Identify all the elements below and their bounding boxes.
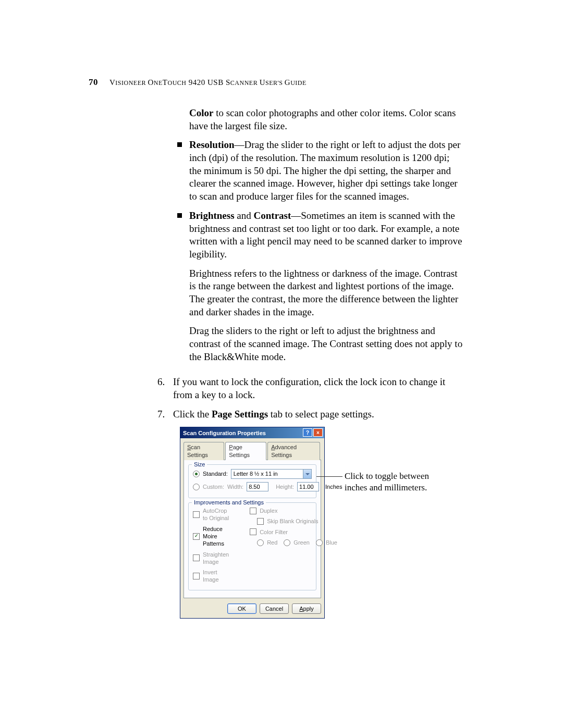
dialog-button-row: OK Cancel ApplyApply	[180, 601, 324, 618]
tab-advanced-settings[interactable]: Advanced SettingsAdvanced Settings	[267, 442, 320, 460]
tab-scan-settings[interactable]: SScan Settingscan Settings	[183, 442, 224, 460]
cancel-button[interactable]: Cancel	[260, 603, 289, 614]
close-button[interactable]: ×	[313, 428, 323, 437]
input-width[interactable]	[247, 482, 268, 491]
label-duplex: Duplex	[260, 507, 277, 514]
combo-paper-size[interactable]: Letter 8 ½ x 11 in	[231, 469, 312, 479]
square-bullet-icon	[177, 213, 182, 218]
dialog-wrapper: Scan Configuration Properties ? × SScan …	[180, 427, 513, 618]
units-toggle[interactable]: Inches	[325, 483, 342, 490]
dialog-titlebar[interactable]: Scan Configuration Properties ? ×	[180, 427, 324, 438]
radio-red[interactable]	[257, 539, 264, 546]
step-6: 6. If you want to lock the configuration…	[157, 376, 464, 401]
radio-custom[interactable]	[193, 484, 200, 490]
label-moire: Reduce Moire Patterns	[203, 525, 229, 548]
check-straighten[interactable]	[193, 554, 200, 561]
header-title: VISIONEER ONETOUCH 9420 USB SCANNER USER…	[109, 78, 307, 87]
input-height[interactable]	[297, 482, 319, 491]
step-7: 7. Click the Page Settings tab to select…	[157, 408, 464, 421]
check-skip-blank[interactable]	[257, 518, 264, 525]
check-moire[interactable]	[193, 533, 200, 540]
page-header: 70 VISIONEER ONETOUCH 9420 USB SCANNER U…	[89, 77, 454, 88]
check-duplex[interactable]	[250, 508, 256, 514]
dialog-title: Scan Configuration Properties	[183, 429, 266, 437]
label-autocrop: AutoCrop to Original	[203, 507, 229, 522]
group-size-legend: Size	[192, 461, 207, 468]
check-invert[interactable]	[193, 573, 200, 579]
help-button[interactable]: ?	[303, 428, 312, 437]
group-size: Size Standard: Letter 8 ½ x 11 in Cust	[188, 464, 316, 498]
label-standard: Standard:	[203, 470, 228, 477]
callout-units: Click to toggle between inches and milli…	[345, 471, 449, 493]
label-red: Red	[267, 539, 277, 546]
label-straighten: Straighten Image	[203, 551, 229, 566]
label-color-filter: Color Filter	[260, 528, 288, 536]
label-height: Height:	[276, 483, 294, 490]
page-number: 70	[89, 77, 98, 87]
bullet-resolution: Resolution—Drag the slider to the right …	[177, 139, 464, 203]
chevron-down-icon[interactable]	[303, 470, 311, 478]
radio-green[interactable]	[284, 539, 290, 546]
body-content: Color to scan color photographs and othe…	[167, 107, 464, 619]
check-autocrop[interactable]	[193, 511, 200, 518]
apply-button[interactable]: ApplyApply	[292, 603, 321, 614]
group-improvements: Improvements and Settings AutoCrop to Or…	[188, 502, 316, 590]
label-invert: Invert Image	[203, 569, 229, 584]
bullet-brightness-contrast: Brightness and Contrast—Sometimes an ite…	[177, 209, 464, 370]
radio-blue[interactable]	[316, 539, 323, 546]
ok-button[interactable]: OK	[227, 603, 256, 614]
label-width: Width:	[227, 483, 243, 490]
check-color-filter[interactable]	[250, 528, 256, 535]
label-skip-blank: Skip Blank Originals	[267, 517, 318, 525]
label-green: Green	[293, 539, 310, 546]
square-bullet-icon	[177, 142, 182, 147]
para-color: Color to scan color photographs and othe…	[189, 107, 464, 132]
tab-page-settings[interactable]: Page SettingsPage Settings	[225, 442, 266, 460]
callout-leader-line	[316, 476, 342, 477]
tab-strip: SScan Settingscan Settings Page Settings…	[183, 441, 321, 460]
combo-paper-size-value: Letter 8 ½ x 11 in	[231, 470, 303, 478]
label-blue: Blue	[326, 539, 337, 546]
radio-standard[interactable]	[193, 471, 200, 477]
scan-config-dialog: Scan Configuration Properties ? × SScan …	[180, 427, 325, 618]
group-improvements-legend: Improvements and Settings	[192, 499, 266, 506]
label-custom: Custom:	[203, 483, 224, 490]
page-settings-panel: Size Standard: Letter 8 ½ x 11 in Cust	[183, 460, 321, 598]
